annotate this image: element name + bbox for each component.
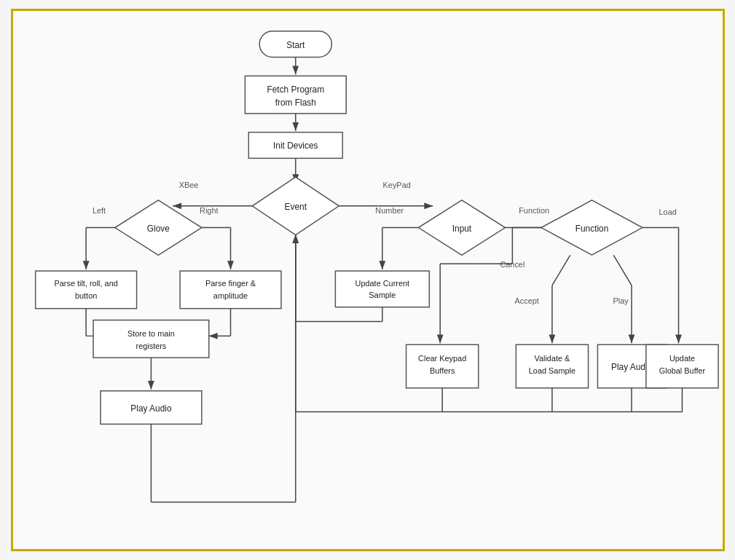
svg-text:Sample: Sample [369,291,396,299]
play-audio-left-label: Play Audio [130,403,172,414]
load-label: Load [659,208,676,216]
parse-finger-label: Parse finger & [205,279,256,288]
svg-rect-34 [335,271,429,307]
function-label: Function [575,224,608,234]
number-label: Number [375,206,404,215]
left-label: Left [92,206,105,215]
svg-text:from Flash: from Flash [275,98,315,108]
svg-rect-24 [93,320,209,358]
store-label: Store to main [127,329,174,338]
svg-text:Load Sample: Load Sample [528,366,575,375]
update-global-label: Update [669,354,694,363]
keypad-label: KeyPad [382,181,410,189]
validate-label: Validate & [534,354,570,363]
svg-text:registers: registers [135,342,166,350]
glove-label: Glove [146,224,169,234]
svg-text:Buffers: Buffers [429,366,455,375]
init-label: Init Devices [273,141,318,151]
function-top-label: Function [519,206,549,215]
fetch-label: Fetch Program [267,84,324,95]
input-label: Input [452,224,471,234]
flowchart-container: Start Fetch Program from Flash Init Devi… [11,9,725,551]
update-sample-label: Update Current [355,279,409,288]
event-label: Event [284,202,307,212]
start-label: Start [286,40,305,50]
clear-keypad-label: Clear Keypad [418,354,466,363]
svg-line-48 [613,255,632,285]
play-label: Play [613,296,629,305]
svg-rect-16 [35,271,136,309]
svg-text:amplitude: amplitude [213,291,247,300]
parse-tilt-label: Parse tilt, roll, and [54,279,117,288]
svg-line-46 [551,255,570,285]
right-label: Right [200,206,218,215]
svg-rect-18 [180,271,281,309]
svg-text:Global Buffer: Global Buffer [659,366,705,375]
accept-label: Accept [514,296,538,305]
svg-text:button: button [74,291,96,300]
xbee-label: XBee [178,181,198,189]
